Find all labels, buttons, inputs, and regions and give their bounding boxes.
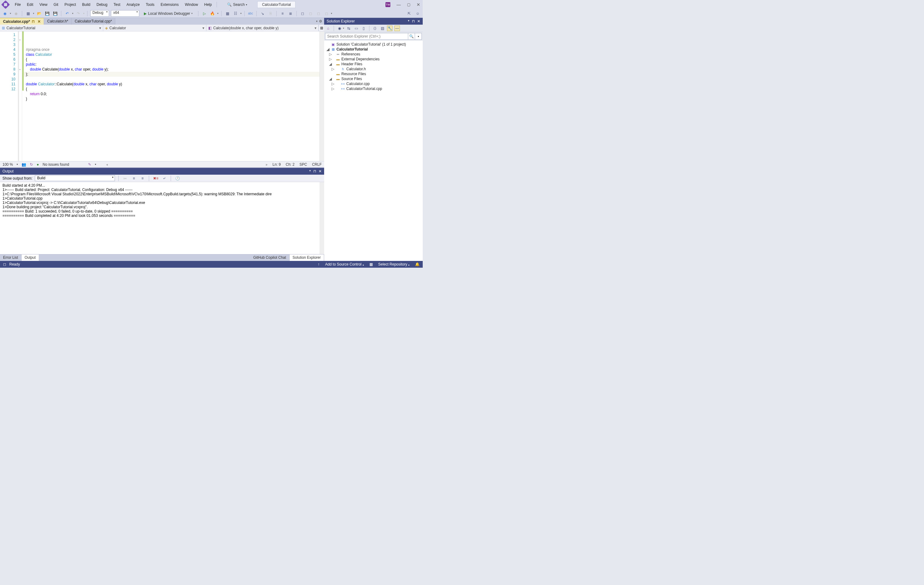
tutorial-cpp-node[interactable]: ▷ ++ CalculatorTutorial.cpp <box>324 86 423 91</box>
show-all-icon[interactable]: ⟨⟩ <box>372 26 378 31</box>
calculator-h-node[interactable]: ▷ h Calculator.h <box>324 66 423 71</box>
close-icon[interactable]: ✕ <box>417 19 420 23</box>
refresh-icon[interactable]: ▤ <box>380 26 385 31</box>
close-icon[interactable]: ✕ <box>318 169 322 173</box>
code-line[interactable]: { <box>23 57 320 62</box>
select-repository[interactable]: Select Repository ▴ <box>378 262 409 267</box>
menu-tools[interactable]: Tools <box>143 1 157 8</box>
char-indicator[interactable]: Ch: 2 <box>285 162 295 166</box>
preview-icon[interactable]: — <box>394 26 400 31</box>
resource-files-node[interactable]: ▬ Resource Files <box>324 71 423 76</box>
platform-select[interactable]: x64▾ <box>111 10 139 16</box>
code-line[interactable]: double Calculator::Calculate(double x, c… <box>23 82 320 87</box>
menu-extensions[interactable]: Extensions <box>157 1 182 8</box>
menu-analyze[interactable]: Analyze <box>124 1 143 8</box>
code-line[interactable]: double Calculate(double x, char oper, do… <box>23 67 320 72</box>
users-icon[interactable]: 👥 <box>21 162 26 166</box>
solution-search[interactable]: 🔍 ▾ <box>325 33 422 40</box>
menu-debug[interactable]: Debug <box>93 1 110 8</box>
maximize-icon[interactable]: ▢ <box>407 2 411 7</box>
tool-tab[interactable]: Output <box>21 254 39 261</box>
menu-help[interactable]: Help <box>201 1 215 8</box>
nav-scope[interactable]: ⊞ CalculatorTutorial ▾ <box>0 25 103 31</box>
code-line[interactable]: public: <box>23 62 320 67</box>
source-files-node[interactable]: ◢ ▬ Source Files <box>324 76 423 81</box>
account-badge-icon[interactable]: TW <box>385 2 390 7</box>
issues-label[interactable]: No issues found <box>43 162 69 166</box>
output-source-select[interactable]: Build▾ <box>35 175 115 181</box>
hot-reload-icon[interactable]: 🔥 <box>209 10 215 16</box>
menu-edit[interactable]: Edit <box>24 1 36 8</box>
timestamp-icon[interactable]: 🕐 <box>174 175 181 181</box>
overflow-icon[interactable]: ☷ <box>232 10 238 16</box>
collapse-icon[interactable]: ▯ <box>361 26 366 31</box>
save-icon[interactable]: 💾 <box>44 10 50 16</box>
prev-icon[interactable]: ≡ <box>130 175 137 181</box>
nav-left-icon[interactable]: ◂ <box>106 162 108 166</box>
doc-tab[interactable]: CalculatorTutorial.cpp* <box>71 18 115 25</box>
search-box[interactable]: 🔍 Search ▾ <box>224 2 251 8</box>
dropdown-icon[interactable]: ▾ <box>408 19 409 23</box>
tab-overflow-icon[interactable]: ▾ <box>316 20 318 23</box>
solution-node[interactable]: ▣ Solution 'CalculatorTutorial' (1 of 1 … <box>324 42 423 47</box>
menu-git[interactable]: Git <box>51 1 61 8</box>
configuration-select[interactable]: Debug▾ <box>90 10 109 16</box>
tool-tab[interactable]: GitHub Copilot Chat <box>250 254 290 261</box>
calculator-cpp-node[interactable]: ▷ ++ Calculator.cpp <box>324 81 423 86</box>
indent-icon[interactable]: ≡ <box>279 10 285 16</box>
menu-test[interactable]: Test <box>111 1 124 8</box>
menu-project[interactable]: Project <box>61 1 79 8</box>
nav-class[interactable]: ◈ Calculator ▾ <box>103 25 206 31</box>
code-line[interactable]: #pragma once <box>23 47 320 52</box>
refresh-icon[interactable]: ↻ <box>30 162 33 166</box>
close-icon[interactable]: ✕ <box>417 2 420 7</box>
external-deps-node[interactable]: ▷ ▬ External Dependencies <box>324 57 423 62</box>
tab-settings-icon[interactable]: ⚙ <box>319 19 322 23</box>
search-icon[interactable]: 🔍 <box>408 33 415 40</box>
pin-icon[interactable]: ⊓ <box>412 19 415 23</box>
start-without-debug-icon[interactable]: ▷ <box>201 10 207 16</box>
code-line[interactable] <box>23 77 320 82</box>
split-icon[interactable]: ⊞ <box>318 25 324 31</box>
code-editor[interactable]: 123456789101112 ⌄⌄ #pragma onceclass Cal… <box>0 31 324 161</box>
doc-tab[interactable]: Calculator.h* <box>44 18 71 25</box>
eol-indicator[interactable]: CRLF <box>312 162 322 166</box>
fold-icon[interactable]: ⌄ <box>18 67 21 71</box>
indent-indicator[interactable]: SPC <box>299 162 307 166</box>
tool-tab[interactable]: Error List <box>0 254 21 261</box>
nav-back-icon[interactable]: ◉ <box>2 10 8 16</box>
live-share-icon[interactable]: ⇱ <box>406 10 412 16</box>
save-all-icon[interactable]: 💾 <box>52 10 58 16</box>
add-source-control[interactable]: Add to Source Control ▴ <box>325 262 363 267</box>
brush-icon[interactable]: ✎ <box>88 162 91 166</box>
code-line[interactable]: class Calculator <box>23 52 320 57</box>
menu-view[interactable]: View <box>36 1 51 8</box>
line-indicator[interactable]: Ln: 9 <box>273 162 281 166</box>
pin-icon[interactable]: ⊓ <box>32 20 35 24</box>
pin-icon[interactable]: ⊓ <box>314 169 316 173</box>
nav-right-icon[interactable]: ▸ <box>266 162 268 166</box>
minimize-icon[interactable]: — <box>396 2 401 7</box>
dropdown-icon[interactable]: ▾ <box>309 169 311 173</box>
header-files-node[interactable]: ◢ ▬ Header Files <box>324 62 423 66</box>
menu-build[interactable]: Build <box>79 1 94 8</box>
solution-search-input[interactable] <box>325 33 408 40</box>
feedback-icon[interactable]: ☺ <box>415 10 421 16</box>
open-icon[interactable]: 📂 <box>36 10 42 16</box>
zoom-level[interactable]: 100 % <box>2 162 13 166</box>
start-debugging-button[interactable]: ▶ Local Windows Debugger ▾ <box>141 10 195 16</box>
code-line[interactable]: return 0.0; <box>23 92 320 96</box>
clear-icon[interactable]: ✖≡ <box>152 175 159 181</box>
vertical-scrollbar[interactable] <box>320 31 324 161</box>
wrap-icon[interactable]: ⤶ <box>161 175 167 181</box>
notifications-icon[interactable]: 🔔 <box>415 262 420 267</box>
code-line[interactable] <box>23 101 320 106</box>
code-line[interactable]: }; <box>23 72 320 77</box>
code-line[interactable]: } <box>23 96 320 101</box>
sync-icon[interactable]: ▭ <box>353 26 359 31</box>
home-icon[interactable]: ⌂ <box>325 26 331 31</box>
close-icon[interactable]: ✕ <box>38 20 41 24</box>
undo-icon[interactable]: ↶ <box>64 10 70 16</box>
menu-file[interactable]: File <box>12 1 24 8</box>
pending-icon[interactable]: ⇆ <box>346 26 351 31</box>
